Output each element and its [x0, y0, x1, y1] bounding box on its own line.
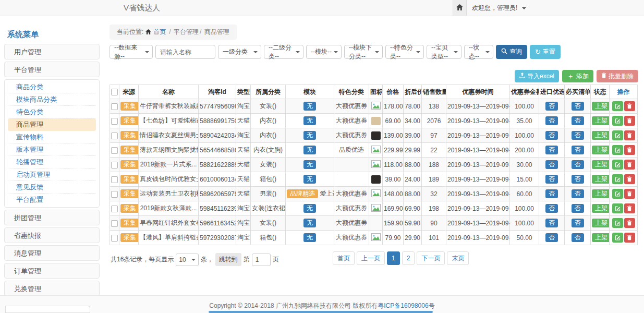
sidebar-subitem-5[interactable]: 版本管理	[8, 143, 96, 156]
status-badge[interactable]: 上架	[592, 189, 610, 198]
delete-button[interactable]	[624, 233, 635, 243]
row-checkbox[interactable]	[111, 147, 118, 154]
edit-button[interactable]	[612, 160, 623, 170]
sidebar-subitem-6[interactable]: 轮播管理	[8, 156, 96, 168]
import-pick-badge[interactable]: 否	[545, 219, 558, 227]
sidebar-subitem-7[interactable]: 启动页管理	[8, 168, 96, 181]
add-button[interactable]: ＋ 添加	[562, 70, 593, 82]
edit-button[interactable]	[612, 189, 623, 199]
edit-button[interactable]	[612, 130, 623, 140]
filter-select-7[interactable]: --宝贝类型--	[427, 45, 461, 59]
filter-select-3[interactable]: --二级分类--	[264, 45, 303, 59]
edit-button[interactable]	[612, 145, 623, 155]
page-button-3[interactable]: 2	[402, 251, 415, 265]
home-button[interactable]	[453, 0, 467, 16]
edit-button[interactable]	[612, 174, 623, 184]
row-checkbox[interactable]	[111, 133, 118, 139]
status-badge[interactable]: 上架	[592, 131, 610, 140]
edit-button[interactable]	[612, 233, 623, 243]
delete-button[interactable]	[624, 116, 635, 126]
user-menu[interactable]: 欢迎您，管理员!	[472, 0, 526, 16]
import-pick-badge[interactable]: 否	[545, 233, 558, 242]
delete-button[interactable]	[624, 189, 635, 199]
page-button-0[interactable]: 首页	[333, 251, 355, 265]
sidebar-subitem-0[interactable]: 商品分类	[8, 81, 96, 93]
status-badge[interactable]: 上架	[592, 146, 610, 154]
page-button-5[interactable]: 末页	[447, 251, 469, 265]
sidebar-subitem-9[interactable]: 平台配置	[8, 194, 96, 206]
must-buy-badge[interactable]: 否	[572, 116, 584, 125]
status-badge[interactable]: 上架	[592, 116, 610, 125]
row-checkbox[interactable]	[111, 206, 118, 212]
import-pick-badge[interactable]: 否	[545, 204, 558, 213]
status-badge[interactable]: 上架	[592, 219, 610, 227]
row-checkbox[interactable]	[111, 235, 118, 242]
sidebar-subitem-4[interactable]: 宣传物料	[8, 131, 96, 143]
must-buy-badge[interactable]: 否	[572, 131, 584, 140]
sidebar-group-4[interactable]: 消息管理	[4, 245, 100, 261]
sidebar-subitem-8[interactable]: 意见反馈	[8, 181, 96, 194]
filter-select-2[interactable]: 一级分类	[218, 45, 261, 59]
row-checkbox[interactable]	[111, 118, 118, 125]
edit-button[interactable]	[612, 203, 623, 213]
sidebar-group-5[interactable]: 订单管理	[4, 263, 100, 279]
per-page-select[interactable]: 10	[176, 254, 198, 266]
must-buy-badge[interactable]: 否	[572, 189, 584, 198]
filter-select-4[interactable]: --模块--	[306, 45, 342, 59]
import-excel-button[interactable]: 导入excel	[515, 70, 559, 82]
jump-button[interactable]: 跳转到	[215, 253, 241, 266]
sidebar-group-3[interactable]: 省惠快报	[4, 227, 100, 243]
sidebar-subitem-3[interactable]: 商品管理	[8, 118, 96, 131]
page-button-4[interactable]: 下一页	[417, 251, 445, 265]
status-badge[interactable]: 上架	[592, 160, 610, 169]
filter-select-6[interactable]: --特色分类--	[385, 45, 424, 59]
delete-button[interactable]	[624, 130, 635, 140]
must-buy-badge[interactable]: 否	[572, 160, 584, 169]
delete-button[interactable]	[624, 203, 635, 213]
edit-button[interactable]	[612, 218, 623, 228]
delete-button[interactable]	[624, 145, 635, 155]
query-button[interactable]: 查询	[496, 45, 527, 59]
breadcrumb-home-link[interactable]: 首页	[153, 28, 166, 37]
status-badge[interactable]: 上架	[592, 175, 610, 184]
status-badge[interactable]: 上架	[592, 233, 610, 242]
sidebar-group-1[interactable]: 平台管理	[4, 62, 100, 77]
delete-button[interactable]	[624, 160, 635, 170]
row-checkbox[interactable]	[111, 176, 118, 183]
horizontal-scrollbar[interactable]	[209, 311, 433, 313]
import-pick-badge[interactable]: 否	[545, 146, 558, 154]
edit-button[interactable]	[612, 101, 623, 111]
breadcrumb-item-1[interactable]: 商品管理	[202, 28, 229, 35]
must-buy-badge[interactable]: 否	[572, 102, 584, 111]
import-pick-badge[interactable]: 否	[545, 102, 558, 111]
import-pick-badge[interactable]: 否	[545, 160, 558, 169]
sidebar-subitem-1[interactable]: 模块商品分类	[8, 93, 96, 106]
must-buy-badge[interactable]: 否	[572, 204, 584, 213]
import-pick-badge[interactable]: 否	[545, 131, 558, 140]
sidebar-group-0[interactable]: 用户管理	[4, 44, 100, 59]
must-buy-badge[interactable]: 否	[572, 146, 584, 154]
breadcrumb-item-0[interactable]: 平台管理	[172, 28, 199, 35]
name-search-input[interactable]	[155, 45, 215, 59]
sidebar-subitem-2[interactable]: 特色分类	[8, 106, 96, 118]
filter-select-8[interactable]: --状态--	[464, 45, 493, 59]
page-button-1[interactable]: 上一页	[357, 251, 385, 265]
icp-link[interactable]: 粤ICP备16098006号	[378, 302, 434, 309]
delete-button[interactable]	[624, 174, 635, 184]
must-buy-badge[interactable]: 否	[572, 175, 584, 184]
status-badge[interactable]: 上架	[592, 204, 610, 213]
filter-select-0[interactable]: --数据来源--	[110, 45, 153, 59]
row-checkbox[interactable]	[111, 220, 118, 227]
import-pick-badge[interactable]: 否	[545, 175, 558, 184]
batch-delete-button[interactable]: 批量删除	[597, 70, 638, 82]
jump-page-input[interactable]	[252, 254, 271, 266]
import-pick-badge[interactable]: 否	[545, 189, 558, 198]
status-badge[interactable]: 上架	[592, 102, 610, 111]
filter-select-5[interactable]: --模块下分类--	[344, 45, 383, 59]
row-checkbox[interactable]	[111, 191, 118, 198]
sidebar-group-6[interactable]: 兑换管理	[4, 281, 100, 296]
row-checkbox[interactable]	[111, 162, 118, 168]
row-checkbox[interactable]	[111, 103, 118, 110]
must-buy-badge[interactable]: 否	[572, 219, 584, 227]
sidebar-group-2[interactable]: 拼团管理	[4, 210, 100, 225]
